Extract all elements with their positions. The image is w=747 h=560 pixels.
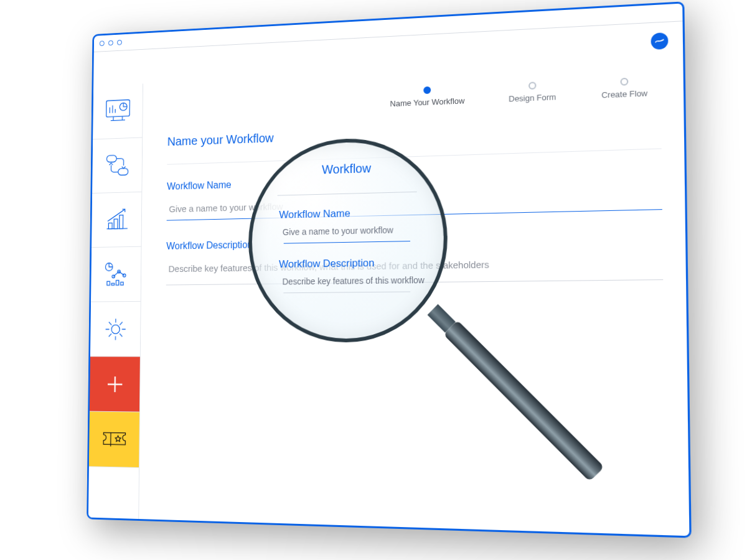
workflow-name-input[interactable]	[167, 187, 662, 221]
divider	[167, 148, 661, 164]
svg-rect-3	[118, 168, 128, 175]
svg-rect-6	[119, 215, 123, 228]
svg-point-15	[111, 325, 120, 334]
svg-rect-12	[111, 283, 114, 285]
ticket-icon	[100, 424, 129, 455]
svg-rect-14	[120, 282, 123, 285]
svg-rect-4	[108, 223, 112, 228]
flow-icon	[103, 150, 132, 182]
svg-rect-5	[114, 219, 118, 229]
wizard-stepper: Name Your Workflow Design Form Create Fl…	[167, 77, 661, 118]
main-content: Name Your Workflow Design Form Create Fl…	[139, 58, 689, 536]
field-workflow-name: Workflow Name	[167, 167, 662, 220]
analytics-icon	[101, 259, 131, 290]
sidebar-item-workflows[interactable]	[92, 138, 142, 194]
page-title: Name your Workflow	[167, 117, 662, 149]
brand-badge-icon	[651, 32, 668, 50]
growth-chart-icon	[102, 204, 131, 235]
step-design-form[interactable]: Design Form	[509, 81, 556, 104]
window-dot-icon	[100, 40, 105, 46]
step-dot-icon	[529, 82, 536, 90]
field-workflow-description: Workflow Description	[166, 232, 663, 286]
svg-rect-2	[106, 155, 116, 162]
sidebar	[88, 83, 143, 519]
workflow-description-input[interactable]	[166, 251, 663, 286]
window-dot-icon	[108, 40, 113, 46]
step-label: Create Flow	[601, 88, 647, 100]
gear-icon	[101, 314, 130, 345]
svg-rect-13	[116, 280, 118, 285]
sidebar-item-ticket[interactable]	[89, 412, 139, 468]
plus-icon	[100, 368, 129, 399]
step-name-workflow[interactable]: Name Your Workflow	[390, 85, 465, 108]
step-label: Name Your Workflow	[390, 96, 465, 108]
step-label: Design Form	[509, 92, 556, 103]
step-dot-icon	[620, 78, 628, 86]
sidebar-item-add[interactable]	[90, 357, 140, 412]
sidebar-item-reports[interactable]	[92, 192, 141, 248]
window-dot-icon	[117, 40, 122, 45]
app-window: Name Your Workflow Design Form Create Fl…	[87, 1, 692, 538]
sidebar-item-analytics[interactable]	[91, 247, 141, 302]
step-dot-icon	[423, 86, 431, 94]
sidebar-item-settings[interactable]	[90, 302, 141, 357]
field-label: Workflow Description	[166, 232, 662, 252]
monitor-icon	[103, 96, 133, 128]
svg-rect-11	[106, 281, 109, 285]
step-create-flow[interactable]: Create Flow	[601, 77, 647, 100]
sidebar-item-dashboard[interactable]	[93, 83, 143, 139]
